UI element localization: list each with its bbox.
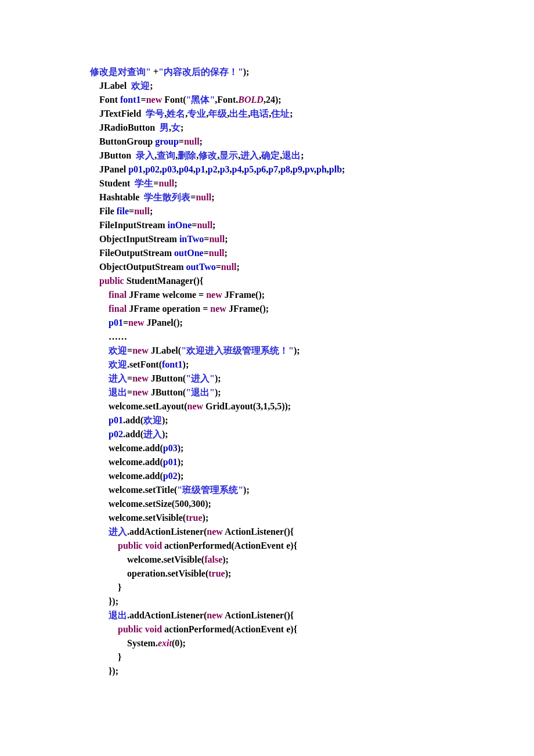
code-token: = — [216, 262, 221, 272]
code-token: 男 — [160, 123, 169, 132]
code-line: Hashtable 学生散列表=null; — [90, 190, 534, 204]
code-token: null — [196, 192, 211, 202]
code-token: 姓名 — [167, 109, 185, 118]
code-token: ph — [316, 164, 327, 174]
code-token: = — [127, 345, 132, 355]
code-token: 进入 — [109, 373, 127, 383]
code-token: = — [129, 206, 134, 216]
document-page: 修改是对查询" +"内容改后的保存！"); JLabel 欢迎; Font fo… — [0, 0, 534, 756]
code-token: p01 — [163, 457, 178, 467]
code-token: ; — [237, 262, 240, 272]
code-token: ; — [290, 109, 293, 118]
code-token: public — [118, 541, 143, 550]
code-token: System. — [127, 638, 158, 648]
code-line: JLabel 欢迎; — [90, 79, 534, 93]
code-token: JPanel(); — [145, 318, 183, 327]
code-token: ObjectOutputStream — [99, 262, 186, 272]
code-token: = — [141, 95, 146, 105]
code-token: 显示 — [219, 150, 238, 160]
code-token: ); — [203, 513, 209, 523]
code-token: ; — [150, 206, 153, 216]
code-line: p02.add(进入); — [90, 427, 534, 441]
code-token: exit — [158, 638, 172, 648]
code-token: ; — [211, 192, 214, 202]
code-token: group — [155, 136, 179, 146]
code-token: ; — [212, 220, 215, 230]
code-token: = — [127, 387, 132, 397]
code-token: new — [207, 527, 223, 537]
code-token: ); — [215, 387, 221, 397]
code-token: ); — [294, 345, 300, 355]
code-line: public void actionPerformed(ActionEvent … — [90, 539, 534, 553]
code-token: = — [204, 248, 209, 258]
code-token: null — [221, 262, 237, 272]
code-token: JPanel — [99, 164, 128, 174]
code-token: void — [145, 541, 162, 550]
code-token: GridLayout(3,1,5,5)); — [203, 401, 291, 411]
code-token: 欢迎 — [109, 359, 127, 369]
code-token: true — [208, 568, 225, 578]
code-token: p02 — [145, 164, 160, 174]
code-line: JTextField 学号,姓名,专业,年级,出生,电话,住址; — [90, 107, 534, 121]
code-token: p01 — [109, 415, 123, 425]
code-token: ); — [183, 359, 189, 369]
code-token: file — [117, 206, 129, 216]
code-token: ,24); — [264, 95, 282, 105]
code-token: File — [99, 206, 117, 216]
code-line: File file=null; — [90, 204, 534, 218]
code-token: 修改是对查询" — [90, 67, 153, 77]
code-token: ); — [162, 415, 168, 425]
code-token: 修改 — [199, 150, 217, 160]
code-token: JFrame(); — [222, 290, 265, 300]
code-token: 女 — [171, 123, 181, 132]
code-token: p01 — [128, 164, 143, 174]
code-line: } — [90, 581, 534, 595]
code-line: welcome.setVisible(false); — [90, 553, 534, 567]
code-token: 退出 — [282, 150, 301, 160]
code-token: new — [210, 304, 226, 314]
code-token: JButton — [99, 150, 136, 160]
code-line: public void actionPerformed(ActionEvent … — [90, 622, 534, 636]
code-token: actionPerformed(ActionEvent e){ — [162, 624, 297, 634]
code-token: 电话 — [250, 109, 269, 118]
code-token: operation.setVisible( — [127, 568, 208, 578]
code-token: true — [186, 513, 202, 523]
code-token: new — [206, 290, 222, 300]
code-token: ; — [225, 234, 228, 244]
code-token: "进入" — [186, 373, 215, 383]
code-token: Font( — [162, 95, 186, 105]
code-token: inTwo — [179, 234, 204, 244]
code-token: 住址 — [271, 109, 290, 118]
code-line: …… — [90, 330, 534, 344]
code-block: 修改是对查询" +"内容改后的保存！"); JLabel 欢迎; Font fo… — [0, 65, 534, 678]
code-token: new — [128, 318, 145, 327]
code-token: (0); — [172, 638, 186, 648]
code-token: new — [146, 95, 163, 105]
code-token: FileInputStream — [99, 220, 167, 230]
code-token: .setFont( — [127, 359, 162, 369]
code-line: JRadioButton 男,女; — [90, 121, 534, 135]
code-token: .add( — [123, 415, 143, 425]
code-token: welcome.add( — [109, 471, 163, 481]
code-line: 进入=new JButton("进入"); — [90, 372, 534, 386]
code-token: null — [197, 220, 212, 230]
code-token: StudentManager(){ — [124, 276, 204, 286]
code-line: JPanel p01,p02,p03,p04,p1,p2,p3,p4,p5,p6… — [90, 163, 534, 177]
code-token: 学号 — [146, 109, 164, 118]
code-token: pv — [305, 164, 314, 174]
code-token: public — [118, 624, 143, 634]
code-token: ; — [150, 81, 153, 91]
code-token: null — [209, 234, 225, 244]
code-token: null — [134, 206, 150, 216]
code-token: actionPerformed(ActionEvent e){ — [162, 541, 297, 550]
code-line: }); — [90, 595, 534, 609]
code-line: FileOutputStream outOne=null; — [90, 246, 534, 260]
code-line: final JFrame operation = new JFrame(); — [90, 302, 534, 316]
code-token: ; — [301, 150, 304, 160]
code-token: p04 — [179, 164, 193, 174]
code-token: welcome.setSize(500,300); — [109, 499, 211, 509]
code-token: = — [179, 136, 184, 146]
code-token: new — [207, 610, 223, 620]
code-token: 学生 — [135, 178, 153, 188]
code-token: 欢迎 — [109, 345, 127, 355]
